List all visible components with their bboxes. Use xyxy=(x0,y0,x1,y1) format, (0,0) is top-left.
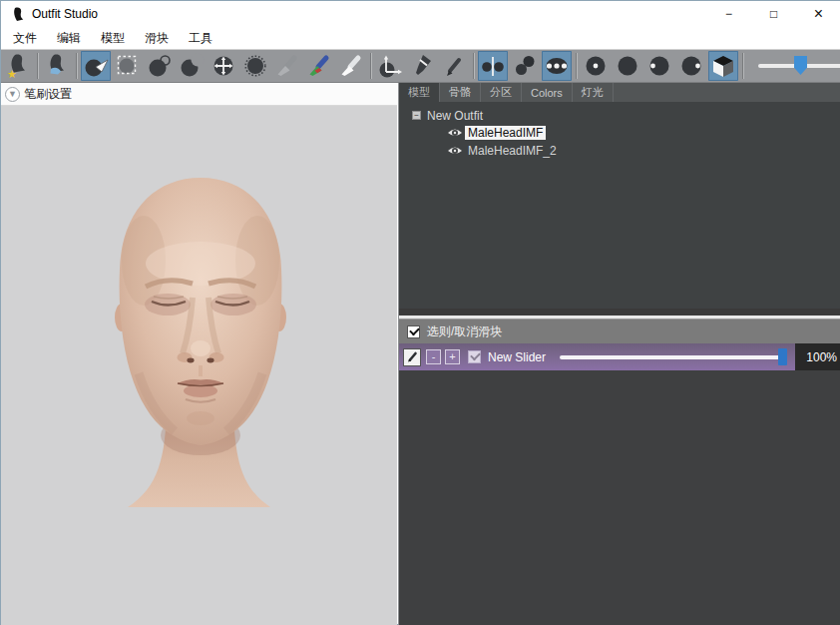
alpha-paint-brush-button[interactable] xyxy=(336,51,366,81)
tree-root-new-outfit[interactable]: − New Outfit xyxy=(399,107,840,124)
menubar: 文件 编辑 模型 滑块 工具 xyxy=(1,27,840,49)
weight-paint-brush-icon xyxy=(274,53,300,79)
menu-file[interactable]: 文件 xyxy=(3,27,47,50)
deflate-brush-button[interactable] xyxy=(177,51,207,81)
head-model xyxy=(1,106,397,625)
toolbar-separator xyxy=(742,53,743,79)
mirror-toggle-button[interactable] xyxy=(478,51,508,81)
move-brush-icon xyxy=(210,53,236,79)
new-slider-row: - + New Slider 100% xyxy=(399,343,840,370)
weight-paint-brush-button[interactable] xyxy=(272,51,302,81)
slider-edit-button[interactable] xyxy=(403,348,421,366)
select-sliders-checkbox[interactable] xyxy=(407,325,420,338)
titlebar: Outfit Studio − □ × xyxy=(1,1,840,27)
window-title: Outfit Studio xyxy=(32,7,98,21)
color-paint-brush-button[interactable] xyxy=(304,51,334,81)
tree-item-label[interactable]: MaleHeadIMF_2 xyxy=(465,144,560,158)
viewport-3d[interactable] xyxy=(1,106,397,625)
mask-brush-button[interactable] xyxy=(113,51,143,81)
toolbar-separator xyxy=(37,53,38,79)
menu-model[interactable]: 模型 xyxy=(91,27,135,50)
tree-item-label[interactable]: MaleHeadIMF xyxy=(465,126,546,140)
tab-lights-label: 灯光 xyxy=(582,85,604,100)
tree-root-label[interactable]: New Outfit xyxy=(427,109,483,123)
connected-only-toggle-icon xyxy=(512,53,538,79)
load-reference-button[interactable] xyxy=(42,51,72,81)
tab-meshes[interactable]: 模型 xyxy=(399,83,440,102)
slider-name: New Slider xyxy=(488,350,556,364)
new-slider-handle[interactable] xyxy=(778,348,787,365)
pencil-tool-button[interactable] xyxy=(439,51,469,81)
move-brush-button[interactable] xyxy=(209,51,238,81)
select-sliders-label: 选则/取消滑块 xyxy=(427,323,502,340)
falloff-right-button[interactable] xyxy=(676,51,706,81)
deflate-brush-icon xyxy=(179,53,205,79)
falloff-center-button[interactable] xyxy=(581,51,611,81)
transform-tool-button[interactable] xyxy=(375,51,405,81)
toolbar-separator xyxy=(76,53,77,79)
cube-view-toggle-button[interactable] xyxy=(708,51,738,81)
tab-meshes-label: 模型 xyxy=(408,85,430,100)
menu-slider[interactable]: 滑块 xyxy=(135,27,179,50)
new-slider-track[interactable] xyxy=(560,355,785,359)
load-project-button[interactable]: ★ xyxy=(3,51,33,81)
outfit-tree: − New Outfit MaleHeadIMF MaleHeadIMF_2 xyxy=(399,102,840,309)
menu-edit[interactable]: 编辑 xyxy=(47,27,91,50)
falloff-left-icon xyxy=(646,53,672,79)
slider-plus-button[interactable]: + xyxy=(445,349,460,364)
smooth-brush-button[interactable] xyxy=(240,51,270,81)
toolbar-separator xyxy=(576,53,577,79)
mirror-toggle-icon xyxy=(480,53,506,79)
svg-text:★: ★ xyxy=(7,68,17,79)
falloff-center-icon xyxy=(583,53,609,79)
slider-checkbox[interactable] xyxy=(468,350,481,363)
collision-toggle-button[interactable] xyxy=(542,51,572,81)
falloff-left-button[interactable] xyxy=(644,51,674,81)
color-paint-brush-icon xyxy=(306,53,332,79)
slider-toggle-row: 选则/取消滑块 xyxy=(399,318,840,343)
tab-colors-label: Colors xyxy=(531,87,563,99)
panel-tabs: 模型 骨骼 分区 Colors 灯光 xyxy=(399,83,840,102)
falloff-solid-icon xyxy=(615,53,640,79)
new-slider-control[interactable] xyxy=(556,343,791,370)
visibility-eye-icon[interactable] xyxy=(447,127,463,139)
cube-view-icon xyxy=(710,53,736,79)
pin-tool-button[interactable] xyxy=(407,51,437,81)
toolbar-separator xyxy=(370,53,371,79)
brush-size-slider-handle[interactable] xyxy=(794,56,807,75)
smooth-brush-icon xyxy=(242,53,268,79)
select-brush-button[interactable] xyxy=(81,51,111,81)
toolbar-separator xyxy=(473,53,474,79)
close-button[interactable]: × xyxy=(796,1,840,27)
chevron-down-icon[interactable]: ▼ xyxy=(5,87,20,102)
menu-tools[interactable]: 工具 xyxy=(179,27,222,50)
falloff-right-icon xyxy=(678,53,704,79)
tab-bones[interactable]: 骨骼 xyxy=(440,83,481,102)
alpha-paint-brush-icon xyxy=(338,53,364,79)
minimize-button[interactable]: − xyxy=(706,1,751,27)
slider-value: 100% xyxy=(795,343,840,370)
panel-splitter[interactable] xyxy=(399,309,840,318)
outfit-studio-window: Outfit Studio − □ × 文件 编辑 模型 滑块 工具 ★ xyxy=(0,0,840,625)
slider-panel-background xyxy=(399,370,840,625)
connected-only-toggle-button[interactable] xyxy=(510,51,540,81)
maximize-button[interactable]: □ xyxy=(751,1,796,27)
brush-size-slider[interactable] xyxy=(758,56,840,76)
select-brush-icon xyxy=(83,53,109,79)
collapse-icon[interactable]: − xyxy=(412,111,421,120)
brush-settings-header[interactable]: ▼ 笔刷设置 xyxy=(1,83,397,106)
brush-settings-label: 笔刷设置 xyxy=(24,86,72,103)
inflate-brush-button[interactable] xyxy=(145,51,175,81)
slider-minus-button[interactable]: - xyxy=(426,349,441,364)
tree-item-maleheadimf-2[interactable]: MaleHeadIMF_2 xyxy=(399,142,840,160)
tab-lights[interactable]: 灯光 xyxy=(573,83,614,102)
tab-partitions[interactable]: 分区 xyxy=(481,83,522,102)
falloff-solid-button[interactable] xyxy=(613,51,642,81)
collision-toggle-icon xyxy=(544,53,570,79)
transform-tool-icon xyxy=(377,53,403,79)
window-controls: − □ × xyxy=(706,1,840,27)
tree-item-maleheadimf[interactable]: MaleHeadIMF xyxy=(399,124,840,142)
visibility-eye-icon[interactable] xyxy=(447,145,463,157)
tab-colors[interactable]: Colors xyxy=(522,83,573,102)
tab-bones-label: 骨骼 xyxy=(449,85,471,100)
